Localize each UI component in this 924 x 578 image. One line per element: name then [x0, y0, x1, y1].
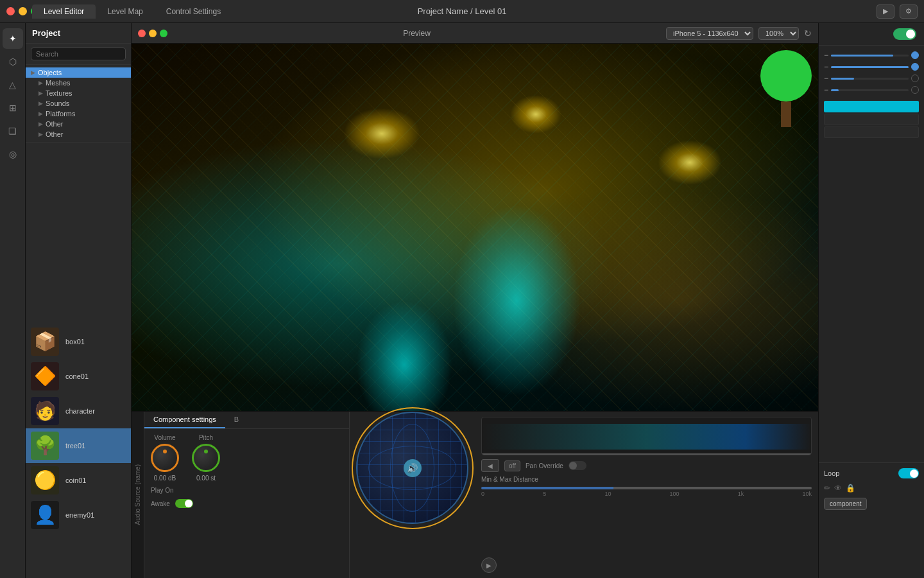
slider-3[interactable] [831, 78, 909, 80]
light-glow-3 [658, 140, 722, 185]
volume-knob[interactable] [151, 444, 179, 472]
tree-top [760, 50, 812, 101]
tab-level-map[interactable]: Level Map [96, 4, 154, 19]
slider-4[interactable] [831, 89, 909, 91]
preview-area: Preview iPhone 5 - 1136x640 100% ↻ [132, 23, 818, 411]
slider-2[interactable] [831, 66, 909, 68]
expand-arrow-icon: ▶ [38, 80, 43, 86]
asset-name: character [65, 407, 95, 415]
icon-triangle[interactable]: △ [3, 74, 23, 95]
audio-controls: ◀ off Pan Override Min & Max Distance 0 … [475, 412, 818, 578]
asset-enemy01[interactable]: 👤 enemy01 [26, 498, 131, 532]
minus-icon: − [824, 51, 828, 60]
preview-zoom-selector[interactable]: 100% [758, 27, 799, 40]
asset-list: 📦 box01 🔶 cone01 🧑 character 🌳 tree01 🟡 … [26, 322, 131, 579]
asset-name: enemy01 [65, 511, 94, 519]
refresh-icon[interactable]: ↻ [804, 28, 812, 39]
asset-coin01[interactable]: 🟡 coin01 [26, 463, 131, 498]
tree-item-sounds[interactable]: ▶ Sounds [26, 98, 131, 109]
pencil-icon[interactable]: ✏ [824, 484, 830, 493]
voxel-scene [132, 44, 818, 411]
component-settings-tabs: Component settings B [144, 412, 349, 429]
asset-character[interactable]: 🧑 character [26, 394, 131, 428]
expand-arrow-icon: ▶ [31, 69, 35, 76]
distance-slider[interactable] [481, 487, 812, 489]
slider-1[interactable] [831, 55, 909, 57]
lock-icon[interactable]: 🔒 [846, 484, 855, 493]
pitch-knob[interactable] [192, 444, 220, 472]
icon-shapes[interactable]: ⬡ [3, 51, 23, 72]
pan-left-button[interactable]: ◀ [481, 459, 499, 472]
asset-thumbnail: 📦 [31, 328, 59, 356]
component-button[interactable]: component [824, 498, 867, 510]
component-btn-row: component [824, 498, 919, 510]
preview-canvas [132, 44, 818, 411]
tree-item-textures[interactable]: ▶ Textures [26, 88, 131, 98]
radio-4[interactable] [911, 86, 919, 94]
minus-icon: − [824, 85, 828, 94]
eye-icon[interactable]: 👁 [834, 484, 842, 493]
dist-label-1k: 1k [738, 491, 744, 497]
audio-play-button[interactable]: ▶ [481, 557, 497, 573]
asset-thumbnail: 🟡 [31, 466, 59, 495]
minimize-button[interactable] [19, 7, 27, 15]
pan-override-label: Pan Override [526, 462, 563, 469]
minus-icon: − [824, 74, 828, 83]
tree-item-platforms[interactable]: ▶ Platforms [26, 109, 131, 119]
tree-item-label: Meshes [46, 79, 71, 87]
empty-bar-2 [824, 127, 919, 138]
preview-device-selector[interactable]: iPhone 5 - 1136x640 [666, 27, 753, 40]
radio-3[interactable] [911, 74, 919, 82]
dist-label-10k: 10k [802, 491, 812, 497]
tree-item-other-2[interactable]: ▶ Other [26, 129, 131, 139]
tab-level-editor[interactable]: Level Editor [32, 4, 96, 19]
awake-label: Awake [151, 500, 170, 507]
play-on-row: Play On [151, 487, 343, 494]
dist-label-0: 0 [481, 491, 484, 497]
right-panel-bottom: Loop ✏ 👁 🔒 component [819, 462, 924, 578]
tree-item-other-1[interactable]: ▶ Other [26, 119, 131, 129]
search-input[interactable] [31, 48, 126, 60]
tab-component-settings[interactable]: Component settings [144, 412, 225, 428]
slider-fill-4 [831, 89, 839, 91]
asset-name: coin01 [65, 477, 86, 484]
awake-toggle[interactable] [175, 499, 193, 508]
close-button[interactable] [6, 7, 15, 15]
search-box [26, 44, 131, 65]
asset-box01[interactable]: 📦 box01 [26, 324, 131, 359]
light-glow-1 [343, 108, 420, 159]
tab-b[interactable]: B [225, 412, 248, 428]
asset-cone01[interactable]: 🔶 cone01 [26, 359, 131, 394]
icon-globe[interactable]: ◎ [3, 144, 23, 164]
knob-indicator [204, 450, 208, 453]
titlebar-right-controls: ▶ ⚙ [877, 4, 918, 19]
radio-1[interactable] [911, 51, 919, 59]
radio-2[interactable] [911, 63, 919, 71]
icon-cursor[interactable]: ✦ [3, 28, 23, 49]
icon-group[interactable]: ❏ [3, 121, 23, 141]
slider-section: − − − [824, 51, 919, 94]
asset-tree01[interactable]: 🌳 tree01 [26, 428, 131, 463]
loop-toggle[interactable] [898, 468, 919, 478]
project-panel: Project ▶ Objects ▶ Meshes ▶ Textures ▶ … [26, 23, 132, 578]
tree-item-objects[interactable]: ▶ Objects [26, 67, 131, 78]
asset-name: tree01 [65, 442, 85, 450]
preview-minimize-icon[interactable] [149, 30, 157, 37]
icon-grid[interactable]: ⊞ [3, 98, 23, 118]
tree-trunk [781, 101, 791, 127]
asset-thumbnail: 🧑 [31, 397, 59, 425]
sphere-container: 🔊 [356, 412, 468, 524]
preview-close-icon[interactable] [138, 30, 146, 37]
settings-button[interactable]: ⚙ [900, 4, 918, 19]
waveform-curve [482, 424, 811, 450]
distance-labels: 0 5 10 100 1k 10k [481, 491, 812, 497]
play-button[interactable]: ▶ [877, 4, 894, 19]
pan-override-toggle[interactable] [569, 461, 586, 470]
right-panel-toggle[interactable] [893, 28, 916, 40]
preview-maximize-icon[interactable] [160, 30, 167, 37]
asset-thumbnail: 🌳 [31, 432, 59, 460]
project-header: Project [26, 23, 131, 44]
tree-item-meshes[interactable]: ▶ Meshes [26, 78, 131, 88]
expand-arrow-icon: ▶ [38, 90, 43, 96]
tab-control-settings[interactable]: Control Settings [155, 4, 232, 19]
